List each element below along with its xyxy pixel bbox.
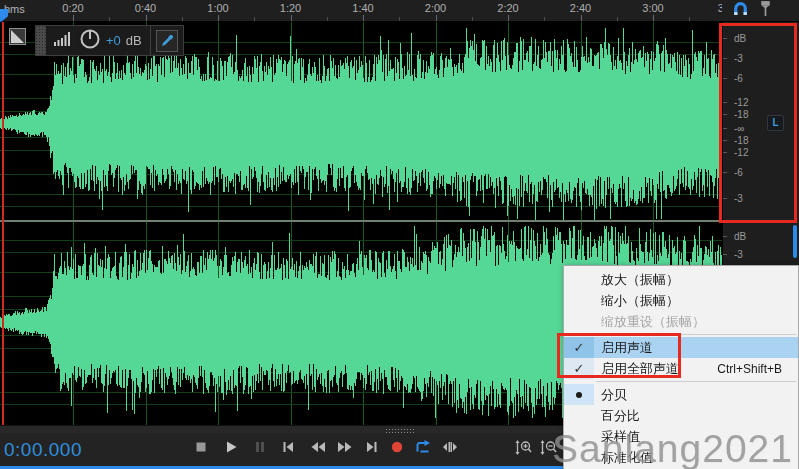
- scale-db-label: dB: [734, 33, 746, 44]
- timeline-ruler[interactable]: hms 0:200:401:001:201:402:002:202:403:00…: [0, 0, 722, 22]
- gain-unit: dB: [126, 33, 142, 48]
- menu-item: 缩放重设（振幅）: [564, 311, 798, 332]
- ruler-tick-label: 1:20: [280, 2, 301, 14]
- scale-db-label: dB: [734, 231, 746, 242]
- ruler-tick-label: 2:20: [497, 2, 518, 14]
- playhead-caret[interactable]: [0, 9, 8, 22]
- skip-selection-button[interactable]: [438, 435, 462, 459]
- menu-item[interactable]: 百分比: [564, 405, 798, 426]
- current-time-display[interactable]: 0:00.000: [4, 439, 82, 461]
- fold-corner-icon[interactable]: [9, 28, 26, 45]
- menu-item[interactable]: ✓启用全部声道Ctrl+Shift+B: [564, 358, 798, 379]
- skip-end-button[interactable]: [360, 435, 384, 459]
- magnet-snap-icon[interactable]: [732, 0, 749, 21]
- scale-db-label: -3: [734, 193, 743, 204]
- radio-dot-icon: [576, 392, 582, 398]
- scale-db-label: -3: [734, 53, 743, 64]
- checkmark-icon: ✓: [574, 361, 585, 376]
- play-button[interactable]: [219, 435, 243, 459]
- scale-db-label: -6: [734, 73, 743, 84]
- stop-button[interactable]: [189, 435, 213, 459]
- level-meter-icon: [54, 31, 74, 50]
- ruler-tick-label: 0:20: [62, 2, 83, 14]
- scale-db-label: -6: [734, 167, 743, 178]
- ruler-tick-label: 1:40: [352, 2, 373, 14]
- channel-left-badge[interactable]: L: [767, 115, 784, 131]
- ruler-tick-label: 1:00: [207, 2, 228, 14]
- scale-db-label: -12: [734, 147, 748, 158]
- scale-db-label: -3: [734, 249, 743, 260]
- ruler-tick-label: 3:00: [642, 2, 663, 14]
- menu-item[interactable]: 缩小（振幅）: [564, 290, 798, 311]
- hud-pin-button[interactable]: [156, 30, 178, 52]
- record-button[interactable]: [385, 435, 409, 459]
- scale-db-label: -12: [734, 97, 748, 108]
- menu-separator: [596, 334, 796, 335]
- menu-separator: [596, 381, 796, 382]
- ruler-tick-label: 0:40: [135, 2, 156, 14]
- gain-value[interactable]: +0: [106, 33, 121, 48]
- fast-forward-button[interactable]: [333, 435, 357, 459]
- skip-start-button[interactable]: [276, 435, 300, 459]
- ruler-tick-label: 2:00: [425, 2, 446, 14]
- checkmark-icon: ✓: [574, 340, 585, 355]
- scale-db-label: -18: [734, 109, 748, 120]
- pause-button: [248, 435, 272, 459]
- hud-drag-handle[interactable]: [36, 26, 46, 55]
- rewind-button[interactable]: [306, 435, 330, 459]
- menu-item[interactable]: ✓启用声道: [564, 337, 798, 358]
- menu-item[interactable]: 分贝: [564, 384, 798, 405]
- scale-db-label: -18: [734, 135, 748, 146]
- marker-pin-icon[interactable]: [759, 0, 772, 21]
- menu-item-shortcut: Ctrl+Shift+B: [717, 362, 798, 376]
- ruler-tick-label: 2:40: [570, 2, 591, 14]
- scale-db-label: -∞: [734, 123, 744, 134]
- menu-item[interactable]: 放大（振幅）: [564, 269, 798, 290]
- gain-knob-icon[interactable]: [79, 28, 101, 54]
- zoom-in-amplitude-button[interactable]: [511, 435, 535, 459]
- gain-hud[interactable]: +0 dB: [35, 25, 184, 56]
- vertical-scrollbar-thumb[interactable]: [793, 225, 797, 258]
- watermark: Sanlang2021: [552, 427, 793, 469]
- loop-button[interactable]: [411, 435, 435, 459]
- audition-waveform-editor: hms 0:200:401:001:201:402:002:202:403:00…: [0, 0, 799, 469]
- ruler-toolbar: [722, 0, 799, 22]
